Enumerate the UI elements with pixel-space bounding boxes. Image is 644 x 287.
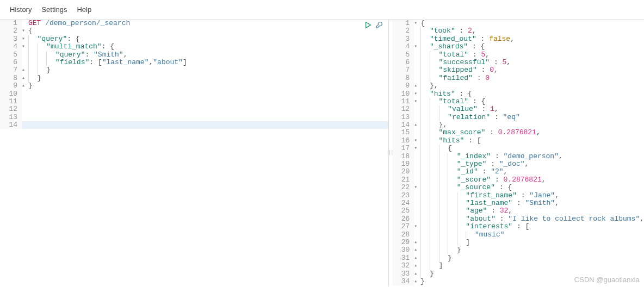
line-number: 14 [392, 121, 414, 129]
fold-toggle[interactable]: ▾ [414, 137, 419, 145]
response-viewer[interactable]: 1▾{2 "took" : 2,3 "timed_out" : false,4▾… [392, 20, 644, 286]
code-line[interactable]: 13 "relation" : "eq" [392, 114, 644, 121]
code-line[interactable]: 10▾ "hits" : { [392, 90, 644, 98]
line-number: 28 [392, 231, 414, 239]
code-line[interactable]: 20 "_id" : "2", [392, 168, 644, 176]
fold-toggle[interactable]: ▴ [414, 246, 419, 254]
code-line[interactable]: 18 "_index" : "demo_person", [392, 153, 644, 160]
panels: 1GET /demo_person/_search2▾{3▾ "query": … [0, 20, 644, 286]
fold-toggle [22, 20, 27, 27]
code-line[interactable]: 24 "last_name" : "Smith", [392, 199, 644, 207]
menu-history[interactable]: History [10, 5, 32, 14]
fold-toggle[interactable]: ▾ [22, 35, 27, 43]
fold-toggle[interactable]: ▾ [414, 223, 419, 230]
code-line[interactable]: 7 "skipped" : 0, [392, 66, 644, 74]
code-line[interactable]: 7▴ } [0, 66, 388, 74]
code-line[interactable]: 17▾ { [392, 145, 644, 152]
code-line[interactable]: 23 "first_name" : "Jane", [392, 192, 644, 199]
code-line[interactable]: 31▴ } [392, 254, 644, 262]
code-line[interactable]: 9▴} [0, 82, 388, 90]
code-line[interactable]: 29▴ ] [392, 239, 644, 246]
line-number: 13 [0, 114, 22, 121]
code-line[interactable]: 19 "_type" : "_doc", [392, 160, 644, 168]
code-line[interactable]: 32▴ ] [392, 262, 644, 270]
fold-toggle[interactable]: ▴ [414, 254, 419, 262]
fold-toggle[interactable]: ▾ [414, 98, 419, 105]
code-line[interactable]: 2 "took" : 2, [392, 27, 644, 35]
menu-settings[interactable]: Settings [41, 5, 67, 14]
request-code[interactable]: 1GET /demo_person/_search2▾{3▾ "query": … [0, 20, 388, 286]
code-line[interactable]: 3 "timed_out" : false, [392, 35, 644, 43]
fold-toggle[interactable]: ▴ [414, 121, 419, 129]
line-number: 7 [392, 66, 414, 74]
code-line[interactable]: 3▾ "query": { [0, 35, 388, 43]
line-number: 32 [392, 262, 414, 270]
code-line[interactable]: 8 "failed" : 0 [392, 74, 644, 82]
code-line[interactable]: 11 [0, 98, 388, 105]
fold-toggle[interactable]: ▾ [414, 20, 419, 27]
fold-toggle[interactable]: ▴ [414, 82, 419, 90]
line-number: 20 [392, 168, 414, 176]
line-number: 18 [392, 153, 414, 160]
fold-toggle[interactable]: ▾ [22, 43, 27, 51]
code-line[interactable]: 1▾{ [392, 20, 644, 27]
code-line[interactable]: 15 "max_score" : 0.2876821, [392, 129, 644, 136]
code-line[interactable]: 22▾ "_source" : { [392, 184, 644, 191]
fold-toggle [414, 66, 419, 74]
fold-toggle[interactable]: ▾ [414, 43, 419, 51]
line-number: 15 [392, 129, 414, 136]
code-line[interactable]: 5 "query": "Smith", [0, 51, 388, 59]
fold-toggle [414, 231, 419, 239]
fold-toggle[interactable]: ▾ [414, 145, 419, 152]
request-editor[interactable]: 1GET /demo_person/_search2▾{3▾ "query": … [0, 20, 389, 286]
code-line[interactable]: 4▾ "_shards" : { [392, 43, 644, 51]
code-line[interactable]: 25 "age" : 32, [392, 207, 644, 215]
code-line[interactable]: 4▾ "multi_match": { [0, 43, 388, 51]
code-line[interactable]: 27▾ "interests" : [ [392, 223, 644, 230]
code-line[interactable]: 13 [0, 114, 388, 121]
code-line[interactable]: 12 [0, 105, 388, 113]
line-number: 33 [392, 270, 414, 278]
fold-toggle[interactable]: ▴ [22, 82, 27, 90]
code-line[interactable]: 6 "fields": ["last_name","about"] [0, 59, 388, 66]
fold-toggle [414, 35, 419, 43]
fold-toggle[interactable]: ▴ [414, 262, 419, 270]
fold-toggle[interactable]: ▴ [22, 66, 27, 74]
code-line[interactable]: 11▾ "total" : { [392, 98, 644, 105]
code-line[interactable]: 6 "successful" : 5, [392, 59, 644, 66]
fold-toggle[interactable]: ▾ [414, 90, 419, 98]
menu-help[interactable]: Help [77, 5, 91, 14]
code-line[interactable]: 12 "value" : 1, [392, 105, 644, 113]
fold-toggle[interactable]: ▾ [22, 27, 27, 35]
fold-toggle[interactable]: ▴ [414, 239, 419, 246]
code-line[interactable]: 21 "_score" : 0.2876821, [392, 176, 644, 184]
code-line[interactable]: 2▾{ [0, 27, 388, 35]
fold-toggle[interactable]: ▴ [414, 278, 419, 285]
fold-toggle[interactable]: ▴ [22, 74, 27, 82]
code-line[interactable]: 8▴ } [0, 74, 388, 82]
line-number: 29 [392, 239, 414, 246]
code-line[interactable]: 26 "about" : "I like to collect rock alb… [392, 215, 644, 223]
line-number: 27 [392, 223, 414, 230]
fold-toggle[interactable]: ▴ [414, 270, 419, 278]
menubar: History Settings Help [0, 0, 644, 20]
wrench-icon[interactable] [375, 21, 383, 31]
code-line[interactable]: 30▴ } [392, 246, 644, 254]
run-icon[interactable] [364, 21, 372, 31]
code-line[interactable]: 28 "music" [392, 231, 644, 239]
code-line[interactable]: 1GET /demo_person/_search [0, 20, 388, 27]
code-line[interactable]: 10 [0, 90, 388, 98]
line-number: 22 [392, 184, 414, 191]
fold-toggle[interactable]: ▾ [414, 184, 419, 191]
line-number: 8 [0, 74, 22, 82]
line-number: 13 [392, 114, 414, 121]
code-line[interactable]: 5 "total" : 5, [392, 51, 644, 59]
fold-toggle [414, 27, 419, 35]
code-line[interactable]: 14▴ }, [392, 121, 644, 129]
code-line[interactable]: 16▾ "hits" : [ [392, 137, 644, 145]
line-number: 24 [392, 199, 414, 207]
code-line[interactable]: 9▴ }, [392, 82, 644, 90]
code-line[interactable]: 14 [0, 121, 388, 129]
line-number: 12 [392, 105, 414, 113]
fold-toggle [414, 199, 419, 207]
